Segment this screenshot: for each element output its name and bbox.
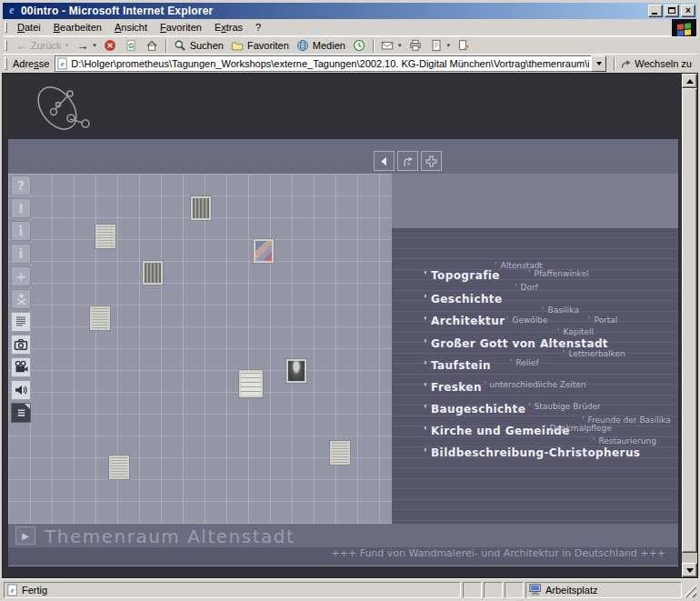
back-nav-button[interactable] (374, 151, 395, 171)
topic-restaurierung[interactable]: 'Restaurierung (593, 436, 656, 446)
tri-left-icon (377, 155, 391, 168)
camera-icon[interactable] (11, 335, 31, 355)
close-button[interactable]: × (681, 5, 695, 17)
size-button[interactable]: ▾ (425, 38, 454, 54)
topic-lettnerbalken[interactable]: 'Lettnerbalken (563, 349, 625, 358)
artifact-thumbnail[interactable] (254, 239, 274, 263)
info-rotate-icon[interactable]: i (11, 244, 31, 264)
artifact-thumbnail[interactable] (143, 261, 163, 285)
info-corners-icon[interactable]: i (11, 221, 31, 241)
topic-bullet: ' (424, 381, 427, 394)
topic-relief[interactable]: 'Relief (510, 358, 539, 367)
route-nav-button[interactable] (397, 151, 418, 171)
topic-baugeschichte[interactable]: 'Baugeschichte (424, 403, 525, 416)
address-dropdown-button[interactable] (591, 55, 606, 72)
vertical-scrollbar[interactable] (682, 74, 697, 577)
menu-item-datei[interactable]: Datei (11, 20, 47, 35)
toolbar-grip[interactable] (5, 40, 7, 52)
favorites-button[interactable]: Favoriten (227, 38, 293, 54)
topic-bullet: ' (544, 424, 545, 433)
topic-staubige-brüder[interactable]: 'Staubige Brüder (528, 402, 601, 411)
alert-icon[interactable]: ! (11, 198, 31, 218)
add-icon[interactable]: + (11, 266, 31, 286)
topic-fresken[interactable]: 'Fresken (424, 381, 482, 394)
refresh-button[interactable] (121, 38, 142, 54)
artifact-thumbnail[interactable] (191, 196, 211, 220)
stop-icon (104, 39, 117, 53)
topic-architektur[interactable]: 'Architektur (424, 315, 505, 327)
search-button[interactable]: Suchen (170, 38, 227, 54)
topic-geschichte[interactable]: 'Geschichte (424, 293, 503, 306)
topic-label: Topografie (431, 269, 500, 282)
minimize-button[interactable] (648, 5, 663, 17)
print-icon (408, 39, 422, 53)
artifact-thumbnail[interactable] (95, 225, 115, 248)
svg-text:e: e (11, 586, 15, 595)
arrow-left-icon: ← (15, 39, 28, 53)
edit-button[interactable] (454, 38, 475, 54)
topic-label: Großer Gott von Altenstadt (431, 337, 608, 350)
topic-taufstein[interactable]: 'Taufstein (424, 359, 491, 372)
security-zone-panel: Arbeitsplatz (525, 582, 682, 598)
menu-item-help[interactable]: ? (249, 20, 267, 35)
forward-button[interactable]: →▾ (72, 38, 100, 54)
maximize-button[interactable] (665, 5, 679, 17)
topic-denkmalpflege[interactable]: 'Denkmalpflege (544, 424, 612, 433)
topic-bullet: ' (528, 402, 530, 411)
scroll-down-button[interactable] (682, 563, 697, 577)
help-icon[interactable]: ? (11, 175, 31, 195)
topic-pfaffenwinkel[interactable]: 'Pfaffenwinkel (528, 269, 589, 278)
zone-text: Arbeitsplatz (545, 585, 597, 596)
menu-item-extras[interactable]: Extras (208, 20, 249, 35)
topic-bullet: ' (506, 316, 508, 325)
menu-grip[interactable] (5, 22, 7, 34)
topic-bullet: ' (510, 358, 512, 367)
topic-portal[interactable]: 'Portal (588, 316, 617, 325)
add-nav-button[interactable] (421, 151, 442, 171)
page-viewport: ?!ii+ 'Altenstadt'Topografie'Pfaffenwink… (3, 74, 682, 577)
media-button[interactable]: Medien (293, 38, 349, 54)
address-grip[interactable] (5, 57, 7, 70)
back-button[interactable]: ←Zurück▾ (11, 38, 72, 54)
topic-bullet: ' (424, 403, 427, 416)
notes-icon[interactable] (11, 403, 31, 423)
mail-button[interactable]: ▾ (377, 38, 405, 54)
play-button[interactable]: ▶ (15, 526, 35, 545)
menu-item-bearbeiten[interactable]: Bearbeiten (47, 20, 108, 35)
scrollbar-thumb[interactable] (682, 88, 697, 553)
windows-flag-icon (676, 23, 692, 36)
topic-label: Gewölbe (512, 316, 547, 325)
video-icon[interactable] (11, 357, 31, 377)
artifact-thumbnail[interactable] (109, 456, 129, 479)
artifact-thumbnail[interactable] (330, 441, 350, 465)
text-doc-icon[interactable] (11, 312, 31, 332)
topic-unterschiedliche-zeiten[interactable]: 'unterschiedliche Zeiten (484, 380, 586, 389)
topic-topografie[interactable]: 'Topografie (424, 269, 500, 282)
audio-icon[interactable] (11, 380, 31, 400)
print-button[interactable] (405, 38, 425, 54)
resize-grip[interactable] (684, 583, 696, 597)
topic-großer-gott-von-altenstadt[interactable]: 'Großer Gott von Altenstadt (424, 337, 608, 350)
topic-bildbeschreibung-christopherus[interactable]: 'Bildbeschreibung-Christopherus (424, 446, 640, 459)
menu-item-favoriten[interactable]: Favoriten (154, 20, 208, 35)
folder-icon (231, 39, 245, 53)
go-button[interactable]: Wechseln zu (618, 58, 697, 70)
go-arrow-icon (620, 58, 632, 70)
artifact-thumbnail[interactable] (239, 370, 263, 397)
topic-dorf[interactable]: 'Dorf (515, 283, 538, 292)
satellite-dish-logo (23, 81, 99, 137)
stop-button[interactable] (100, 38, 121, 54)
scroll-up-button[interactable] (682, 74, 697, 88)
topic-basilika[interactable]: 'Basilika (542, 306, 579, 315)
person-icon[interactable] (11, 289, 31, 309)
topic-kapitell[interactable]: 'Kapitell (557, 327, 594, 336)
topic-bullet: ' (424, 425, 427, 437)
artifact-thumbnail[interactable] (90, 306, 110, 330)
history-button[interactable] (349, 38, 370, 54)
artifact-thumbnail[interactable] (286, 359, 306, 383)
address-input[interactable]: e D:\Holger\prometheus\Tagungen_Workshop… (55, 55, 591, 72)
menu-item-ansicht[interactable]: Ansicht (108, 20, 154, 35)
topic-label: Restaurierung (598, 436, 655, 446)
topic-gewölbe[interactable]: 'Gewölbe (506, 316, 548, 325)
home-button[interactable] (142, 38, 163, 54)
